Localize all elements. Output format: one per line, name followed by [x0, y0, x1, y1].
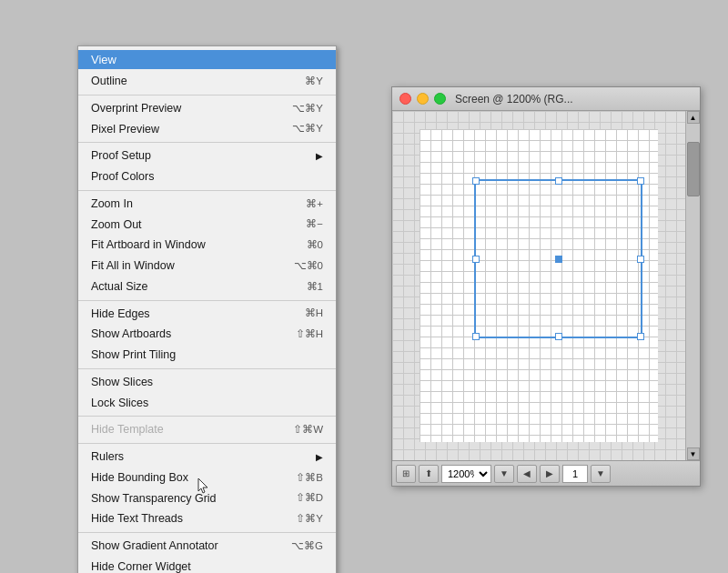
page-dropdown[interactable]: ▼ — [591, 465, 611, 483]
center-point — [555, 256, 562, 263]
tile-button[interactable]: ⊞ — [396, 465, 416, 483]
menu-item-show-gradient-annotator[interactable]: Show Gradient Annotator ⌥⌘G — [78, 536, 336, 557]
close-button[interactable] — [399, 93, 411, 105]
menu-item-hide-bounding-box[interactable]: Hide Bounding Box ⇧⌘B — [78, 467, 336, 488]
menu-item-fit-artboard[interactable]: Fit Artboard in Window ⌘0 — [78, 235, 336, 256]
handle-middle-left[interactable] — [472, 256, 480, 263]
export-button[interactable]: ⬆ — [419, 465, 439, 483]
canvas-toolbar: ⊞ ⬆ 1200% ▼ ◀ ▶ ▼ — [392, 460, 700, 486]
menu-item-overprint-preview[interactable]: Overprint Preview ⌥⌘Y — [78, 98, 336, 119]
vertical-scrollbar[interactable]: ▲ ▼ — [685, 111, 700, 460]
separator-3 — [78, 190, 336, 191]
menu-item-proof-colors[interactable]: Proof Colors — [78, 166, 336, 187]
separator-5 — [78, 368, 336, 369]
separator-8 — [78, 532, 336, 533]
menu-item-show-artboards[interactable]: Show Artboards ⇧⌘H — [78, 324, 336, 345]
scroll-thumb[interactable] — [687, 142, 700, 196]
menu-item-pixel-preview[interactable]: Pixel Preview ⌥⌘Y — [78, 119, 336, 140]
view-menu[interactable]: View Outline ⌘Y Overprint Preview ⌥⌘Y Pi… — [77, 45, 337, 573]
menu-item-hide-corner-widget[interactable]: Hide Corner Widget — [78, 557, 336, 573]
handle-middle-right[interactable] — [637, 256, 644, 263]
menu-item-lock-slices[interactable]: Lock Slices — [78, 393, 336, 414]
handle-bottom-center[interactable] — [555, 333, 562, 340]
menu-title: View — [78, 50, 336, 69]
menu-item-show-print-tiling[interactable]: Show Print Tiling — [78, 345, 336, 366]
handle-bottom-right[interactable] — [637, 333, 644, 340]
handle-bottom-left[interactable] — [472, 333, 480, 340]
separator-6 — [78, 416, 336, 417]
prev-page-button[interactable]: ◀ — [517, 465, 537, 483]
scroll-up-arrow[interactable]: ▲ — [687, 111, 700, 124]
page-input[interactable] — [562, 465, 588, 483]
zoom-button[interactable] — [434, 93, 446, 105]
menu-item-show-slices[interactable]: Show Slices — [78, 372, 336, 393]
menu-item-actual-size[interactable]: Actual Size ⌘1 — [78, 276, 336, 297]
titlebar: Screen @ 1200% (RG... — [392, 87, 700, 111]
zoom-dropdown-arrow[interactable]: ▼ — [494, 465, 514, 483]
menu-item-zoom-out[interactable]: Zoom Out ⌘− — [78, 215, 336, 236]
window-title: Screen @ 1200% (RG... — [455, 93, 573, 106]
menu-item-zoom-in[interactable]: Zoom In ⌘+ — [78, 194, 336, 215]
canvas-area — [392, 111, 685, 460]
menu-item-rulers[interactable]: Rulers ▶ — [78, 447, 336, 467]
minimize-button[interactable] — [417, 93, 429, 105]
separator-7 — [78, 443, 336, 444]
next-page-button[interactable]: ▶ — [540, 465, 560, 483]
menu-item-proof-setup[interactable]: Proof Setup ▶ — [78, 146, 336, 166]
menu-item-fit-all[interactable]: Fit All in Window ⌥⌘0 — [78, 256, 336, 276]
menu-item-show-transparency-grid[interactable]: Show Transparency Grid ⇧⌘D — [78, 488, 336, 509]
canvas-scrollable: ▲ ▼ — [392, 111, 700, 460]
canvas-window: Screen @ 1200% (RG... ▲ — [391, 86, 701, 487]
selected-object[interactable] — [474, 179, 642, 338]
separator-1 — [78, 95, 336, 96]
zoom-select[interactable]: 1200% — [441, 465, 491, 483]
menu-item-hide-text-threads[interactable]: Hide Text Threads ⇧⌘Y — [78, 508, 336, 529]
separator-2 — [78, 142, 336, 143]
handle-top-center[interactable] — [555, 177, 562, 185]
separator-4 — [78, 300, 336, 301]
menu-item-hide-template: Hide Template ⇧⌘W — [78, 419, 336, 440]
handle-top-right[interactable] — [637, 177, 644, 185]
artboard — [420, 129, 658, 442]
scroll-down-arrow[interactable]: ▼ — [687, 447, 700, 460]
menu-item-hide-edges[interactable]: Hide Edges ⌘H — [78, 304, 336, 325]
handle-top-left[interactable] — [472, 177, 480, 185]
menu-item-outline[interactable]: Outline ⌘Y — [78, 71, 336, 92]
